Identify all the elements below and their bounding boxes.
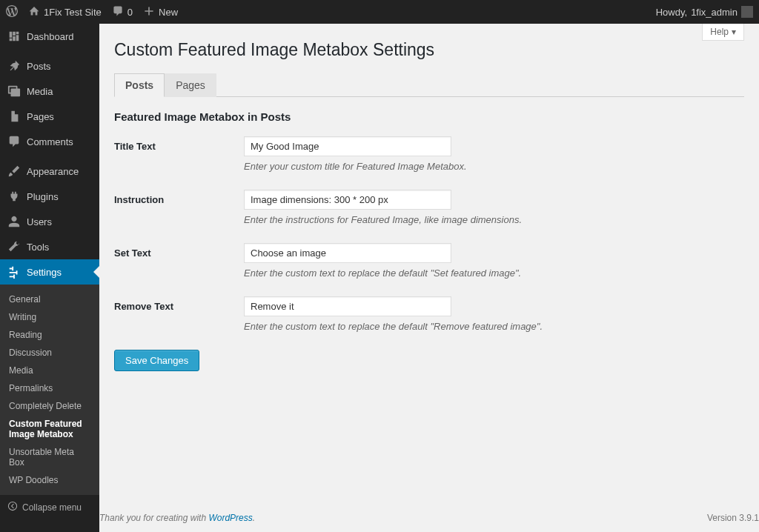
avatar bbox=[741, 6, 753, 18]
site-link[interactable]: 1Fix Test Site bbox=[28, 5, 102, 19]
title-text-desc: Enter your custom title for Featured Ima… bbox=[244, 161, 744, 172]
submenu-writing[interactable]: Writing bbox=[0, 308, 99, 326]
svg-point-0 bbox=[8, 502, 16, 510]
sidebar-item-dashboard[interactable]: Dashboard bbox=[0, 24, 99, 49]
wp-logo[interactable] bbox=[6, 5, 18, 19]
title-text-label: Title Text bbox=[114, 136, 244, 152]
title-text-input[interactable] bbox=[244, 136, 451, 156]
chevron-down-icon: ▾ bbox=[732, 27, 736, 37]
submenu-discussion[interactable]: Discussion bbox=[0, 344, 99, 362]
instruction-desc: Enter the instructions for Featured Imag… bbox=[244, 214, 744, 225]
set-text-label: Set Text bbox=[114, 243, 244, 259]
site-name: 1Fix Test Site bbox=[44, 7, 102, 18]
sidebar-item-label: Posts bbox=[27, 61, 51, 72]
howdy-prefix: Howdy, bbox=[656, 7, 687, 18]
sidebar-item-plugins[interactable]: Plugins bbox=[0, 184, 99, 209]
admin-sidebar: Dashboard Posts Media Pages Comments App… bbox=[0, 24, 99, 532]
instruction-label: Instruction bbox=[114, 190, 244, 205]
dashboard-icon bbox=[7, 30, 21, 43]
plus-icon bbox=[143, 5, 155, 19]
submenu-reading[interactable]: Reading bbox=[0, 326, 99, 344]
pin-icon bbox=[7, 59, 21, 73]
section-title: Featured Image Metabox in Posts bbox=[114, 110, 744, 123]
sidebar-item-label: Comments bbox=[27, 136, 73, 147]
collapse-label: Collapse menu bbox=[22, 502, 82, 513]
submenu-permalinks[interactable]: Permalinks bbox=[0, 379, 99, 397]
remove-text-desc: Enter the custom text to replace the def… bbox=[244, 321, 744, 332]
sidebar-item-comments[interactable]: Comments bbox=[0, 129, 99, 154]
pages-icon bbox=[7, 110, 21, 123]
sidebar-item-appearance[interactable]: Appearance bbox=[0, 159, 99, 184]
set-text-input[interactable] bbox=[244, 243, 451, 263]
admin-footer: Thank you for creating with WordPress. V… bbox=[99, 504, 759, 532]
sidebar-item-settings[interactable]: Settings bbox=[0, 259, 99, 285]
footer-version: Version 3.9.1 bbox=[707, 513, 759, 523]
sidebar-item-label: Media bbox=[27, 86, 53, 97]
username: 1fix_admin bbox=[691, 7, 738, 18]
remove-text-label: Remove Text bbox=[114, 296, 244, 312]
settings-form: Title Text Enter your custom title for F… bbox=[114, 136, 744, 332]
home-icon bbox=[28, 5, 40, 19]
bubble-icon bbox=[7, 135, 21, 148]
user-icon bbox=[7, 215, 21, 228]
submenu-custom-featured-image[interactable]: Custom Featured Image Metabox bbox=[0, 415, 99, 443]
help-tab[interactable]: Help ▾ bbox=[702, 24, 744, 41]
bubble-icon bbox=[112, 5, 124, 19]
wordpress-icon bbox=[6, 5, 18, 19]
comments-link[interactable]: 0 bbox=[112, 5, 133, 19]
new-label: New bbox=[159, 7, 178, 18]
sidebar-item-posts[interactable]: Posts bbox=[0, 53, 99, 79]
submenu-completely-delete[interactable]: Completely Delete bbox=[0, 397, 99, 415]
tab-pages[interactable]: Pages bbox=[165, 73, 216, 97]
remove-text-input[interactable] bbox=[244, 296, 451, 316]
tab-posts[interactable]: Posts bbox=[114, 73, 165, 97]
footer-thank-prefix: Thank you for creating with bbox=[99, 513, 208, 523]
page-title: Custom Featured Image Metabox Settings bbox=[114, 31, 744, 73]
new-link[interactable]: New bbox=[143, 5, 178, 19]
instruction-input[interactable] bbox=[244, 190, 451, 210]
sidebar-item-label: Tools bbox=[27, 242, 49, 253]
submenu-unsortable-meta-box[interactable]: Unsortable Meta Box bbox=[0, 443, 99, 471]
comments-count: 0 bbox=[127, 7, 133, 18]
admin-bar: 1Fix Test Site 0 New Howdy, 1fix_admin bbox=[0, 0, 759, 24]
set-text-desc: Enter the custom text to replace the def… bbox=[244, 267, 744, 279]
content-area: Help ▾ Custom Featured Image Metabox Set… bbox=[99, 24, 759, 532]
save-button[interactable]: Save Changes bbox=[114, 350, 199, 371]
sidebar-item-media[interactable]: Media bbox=[0, 79, 99, 104]
sidebar-item-users[interactable]: Users bbox=[0, 209, 99, 234]
footer-left: Thank you for creating with WordPress. bbox=[99, 513, 255, 523]
sidebar-item-label: Settings bbox=[27, 267, 62, 278]
submenu-general[interactable]: General bbox=[0, 290, 99, 308]
wordpress-link[interactable]: WordPress bbox=[208, 513, 252, 523]
sidebar-item-label: Users bbox=[27, 216, 52, 227]
help-label: Help bbox=[710, 27, 729, 37]
user-menu[interactable]: Howdy, 1fix_admin bbox=[656, 6, 753, 18]
settings-submenu: General Writing Reading Discussion Media… bbox=[0, 285, 99, 495]
submenu-wp-doodles[interactable]: WP Doodles bbox=[0, 471, 99, 489]
sidebar-item-label: Plugins bbox=[27, 191, 59, 202]
media-icon bbox=[7, 84, 21, 98]
sidebar-item-pages[interactable]: Pages bbox=[0, 104, 99, 129]
sliders-icon bbox=[7, 265, 21, 279]
sidebar-item-tools[interactable]: Tools bbox=[0, 234, 99, 259]
submenu-media[interactable]: Media bbox=[0, 362, 99, 379]
footer-thank-suffix: . bbox=[253, 513, 255, 523]
collapse-menu[interactable]: Collapse menu bbox=[0, 495, 99, 519]
plug-icon bbox=[7, 190, 21, 203]
wrench-icon bbox=[7, 240, 21, 253]
tabs: Posts Pages bbox=[114, 73, 744, 97]
sidebar-item-label: Pages bbox=[27, 111, 54, 122]
sidebar-item-label: Dashboard bbox=[27, 31, 74, 42]
sidebar-item-label: Appearance bbox=[27, 166, 79, 177]
brush-icon bbox=[7, 164, 21, 178]
collapse-icon bbox=[7, 501, 18, 513]
